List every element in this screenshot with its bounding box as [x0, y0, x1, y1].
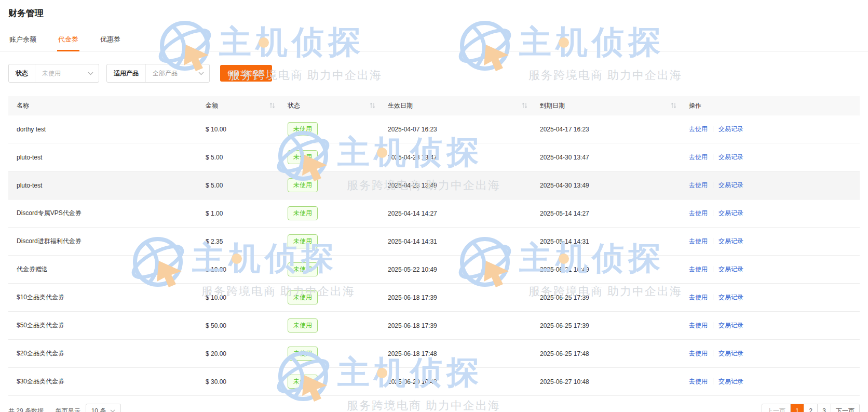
- status-badge: 未使用: [288, 262, 318, 276]
- column-header-end-date: 到期日期: [532, 101, 681, 110]
- page-2-button[interactable]: 2: [804, 404, 817, 412]
- voucher-amount: $ 10.00: [197, 294, 279, 301]
- chevron-down-icon[interactable]: [88, 72, 99, 75]
- use-link[interactable]: 去使用: [689, 322, 708, 329]
- start-date: 2025-06-18 17:39: [379, 322, 532, 329]
- status-badge: 未使用: [288, 206, 318, 220]
- voucher-name: $30全品类代金券: [8, 377, 197, 386]
- start-date: 2025-06-20 10:48: [379, 378, 532, 386]
- product-filter[interactable]: 适用产品 全部产品: [106, 64, 210, 83]
- voucher-amount: $ 1.00: [197, 210, 279, 217]
- end-date: 2025-04-17 16:23: [532, 126, 681, 133]
- vouchers-table: 名称 金额 状态 生效日期 到期日期 操作 dorthy t: [8, 96, 860, 396]
- transaction-records-link[interactable]: 交易记录: [718, 181, 743, 189]
- transaction-records-link[interactable]: 交易记录: [718, 294, 743, 301]
- sort-icon[interactable]: [671, 102, 676, 109]
- end-date: 2025-06-25 17:48: [532, 350, 681, 357]
- voucher-name: 代金券赠送: [8, 265, 197, 274]
- table-header: 名称 金额 状态 生效日期 到期日期 操作: [8, 96, 860, 115]
- transaction-records-link[interactable]: 交易记录: [718, 125, 743, 132]
- use-link[interactable]: 去使用: [689, 153, 708, 161]
- transaction-records-link[interactable]: 交易记录: [718, 378, 743, 385]
- table-row: 代金券赠送 $ 10.00 未使用 2025-05-22 10:49 2025-…: [8, 256, 860, 284]
- save-config-button[interactable]: 保留当前配置: [220, 65, 272, 82]
- transaction-records-link[interactable]: 交易记录: [718, 237, 743, 245]
- voucher-amount: $ 10.00: [197, 126, 279, 133]
- end-date: 2025-06-21 10:49: [532, 266, 681, 273]
- voucher-name: pluto-test: [8, 154, 197, 161]
- voucher-name: $10全品类代金券: [8, 293, 197, 302]
- divider: [713, 182, 713, 188]
- page-size-select[interactable]: 10 条: [86, 404, 121, 412]
- start-date: 2025-06-18 17:39: [379, 294, 532, 301]
- end-date: 2025-06-27 10:48: [532, 378, 681, 386]
- sort-icon[interactable]: [370, 102, 375, 109]
- sort-icon[interactable]: [269, 102, 275, 109]
- end-date: 2025-06-25 17:39: [532, 322, 681, 329]
- transaction-records-link[interactable]: 交易记录: [718, 322, 743, 329]
- divider: [713, 378, 713, 384]
- sort-icon[interactable]: [522, 102, 527, 109]
- filter-bar: 状态 未使用 适用产品 全部产品 保留当前配置: [8, 64, 860, 83]
- table-row: $50全品类代金券 $ 50.00 未使用 2025-06-18 17:39 2…: [8, 312, 860, 340]
- status-badge: 未使用: [288, 347, 318, 361]
- use-link[interactable]: 去使用: [689, 237, 708, 245]
- table-row: $30全品类代金券 $ 30.00 未使用 2025-06-20 10:48 2…: [8, 368, 860, 396]
- divider: [713, 154, 713, 160]
- transaction-records-link[interactable]: 交易记录: [718, 350, 743, 357]
- table-footer: 共 29 条数据 , 每页显示 10 条 上一页 1 2 3 下一页: [8, 396, 860, 412]
- end-date: 2025-05-14 14:31: [532, 238, 681, 245]
- tab-coupons[interactable]: 优惠券: [99, 31, 121, 51]
- status-filter-label: 状态: [9, 64, 35, 82]
- use-link[interactable]: 去使用: [689, 125, 708, 132]
- divider: [713, 126, 713, 132]
- divider: [713, 238, 713, 244]
- page-3-button[interactable]: 3: [817, 404, 831, 412]
- start-date: 2025-05-22 10:49: [379, 266, 532, 273]
- next-page-button[interactable]: 下一页: [831, 404, 859, 412]
- page-title: 财务管理: [8, 7, 868, 19]
- use-link[interactable]: 去使用: [689, 294, 708, 301]
- voucher-name: $50全品类代金券: [8, 321, 197, 330]
- start-date: 2025-04-07 16:23: [379, 126, 532, 133]
- status-filter[interactable]: 状态 未使用: [8, 64, 99, 83]
- voucher-amount: $ 2.35: [197, 238, 279, 245]
- use-link[interactable]: 去使用: [689, 181, 708, 189]
- start-date: 2025-04-23 13:47: [379, 154, 532, 161]
- product-filter-value: 全部产品: [146, 69, 198, 78]
- product-filter-label: 适用产品: [107, 64, 146, 82]
- divider: [713, 350, 713, 356]
- chevron-down-icon[interactable]: [198, 72, 209, 75]
- use-link[interactable]: 去使用: [689, 209, 708, 217]
- start-date: 2025-04-14 14:27: [379, 210, 532, 217]
- finance-management-page: 财务管理 账户余额 代金券 优惠券 状态 未使用 适用产品 全部产品 保留当前配…: [0, 7, 868, 412]
- tab-bar: 账户余额 代金券 优惠券: [0, 31, 868, 51]
- transaction-records-link[interactable]: 交易记录: [718, 153, 743, 161]
- total-count: 共 29 条数据 ,: [8, 407, 47, 412]
- status-badge: 未使用: [288, 178, 318, 192]
- voucher-amount: $ 20.00: [197, 350, 279, 357]
- column-header-start-date: 生效日期: [379, 101, 532, 110]
- prev-page-button[interactable]: 上一页: [762, 404, 790, 412]
- voucher-amount: $ 5.00: [197, 154, 279, 161]
- start-date: 2025-04-23 13:49: [379, 182, 532, 189]
- status-badge: 未使用: [288, 122, 318, 136]
- status-badge: 未使用: [288, 375, 318, 389]
- table-row: dorthy test $ 10.00 未使用 2025-04-07 16:23…: [8, 115, 860, 143]
- end-date: 2025-04-30 13:47: [532, 154, 681, 161]
- voucher-amount: $ 5.00: [197, 182, 279, 189]
- status-badge: 未使用: [288, 290, 318, 304]
- transaction-records-link[interactable]: 交易记录: [718, 265, 743, 273]
- use-link[interactable]: 去使用: [689, 378, 708, 385]
- table-row: Discord专属VPS代金券 $ 1.00 未使用 2025-04-14 14…: [8, 200, 860, 228]
- column-header-name: 名称: [8, 101, 197, 110]
- tab-account-balance[interactable]: 账户余额: [8, 31, 37, 51]
- pagination: 上一页 1 2 3 下一页: [762, 404, 860, 412]
- start-date: 2025-04-14 14:31: [379, 238, 532, 245]
- use-link[interactable]: 去使用: [689, 265, 708, 273]
- chevron-down-icon: [110, 409, 115, 412]
- page-1-button[interactable]: 1: [790, 404, 804, 412]
- tab-vouchers[interactable]: 代金券: [57, 31, 79, 51]
- use-link[interactable]: 去使用: [689, 350, 708, 357]
- transaction-records-link[interactable]: 交易记录: [718, 209, 743, 217]
